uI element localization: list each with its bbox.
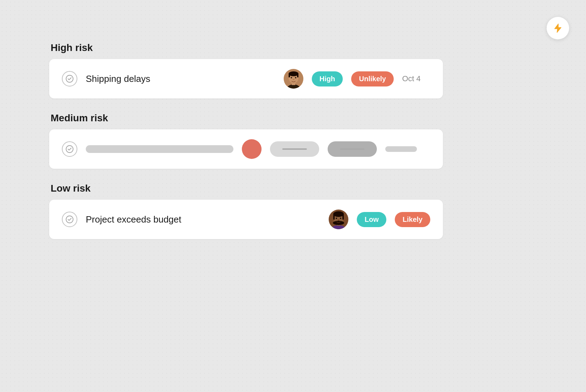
medium-risk-card[interactable] [49,129,443,169]
check-icon-shipping[interactable] [62,71,77,86]
avatar-male [284,69,303,89]
svg-point-17 [333,211,344,217]
svg-rect-18 [333,214,335,220]
avatar-female [329,210,348,229]
main-container: High risk Shipping delays [0,0,492,281]
lightning-icon [553,23,563,33]
redacted-date [385,146,417,152]
redacted-priority-badge [270,141,319,157]
redacted-priority-bar [282,148,307,150]
medium-risk-title: Medium risk [49,113,443,124]
high-risk-section: High risk Shipping delays [49,42,443,98]
lightning-action-button[interactable] [547,17,569,39]
svg-point-11 [66,146,73,153]
svg-point-12 [66,216,73,223]
low-risk-title: Low risk [49,183,443,194]
shipping-delays-label: Shipping delays [86,73,275,84]
budget-label: Project exceeds budget [86,214,320,225]
avatar-placeholder-medium [242,139,262,159]
svg-rect-6 [289,74,290,77]
svg-rect-19 [342,214,344,220]
svg-point-10 [292,79,294,80]
svg-point-0 [66,75,73,82]
low-risk-card[interactable]: Project exceeds budget [49,200,443,239]
check-icon-budget[interactable] [62,212,77,227]
svg-rect-7 [297,74,298,77]
svg-point-9 [295,77,296,78]
svg-point-23 [338,220,340,221]
priority-badge-high[interactable]: High [312,71,343,86]
check-icon-medium[interactable] [62,141,77,157]
svg-point-22 [340,218,341,219]
svg-point-5 [289,71,298,76]
redacted-likelihood-bar [340,148,365,150]
svg-point-21 [336,218,337,219]
high-risk-title: High risk [49,42,443,53]
redacted-task-name [86,145,233,153]
medium-risk-section: Medium risk [49,113,443,169]
likelihood-badge-likely[interactable]: Likely [395,212,430,227]
low-risk-section: Low risk Project exceeds budget [49,183,443,239]
priority-badge-low[interactable]: Low [357,212,386,227]
date-label-oct4: Oct 4 [402,74,430,83]
redacted-likelihood-badge [328,141,377,157]
high-risk-card[interactable]: Shipping delays [49,59,443,98]
svg-point-8 [291,77,292,78]
likelihood-badge-unlikely[interactable]: Unlikely [351,71,394,86]
